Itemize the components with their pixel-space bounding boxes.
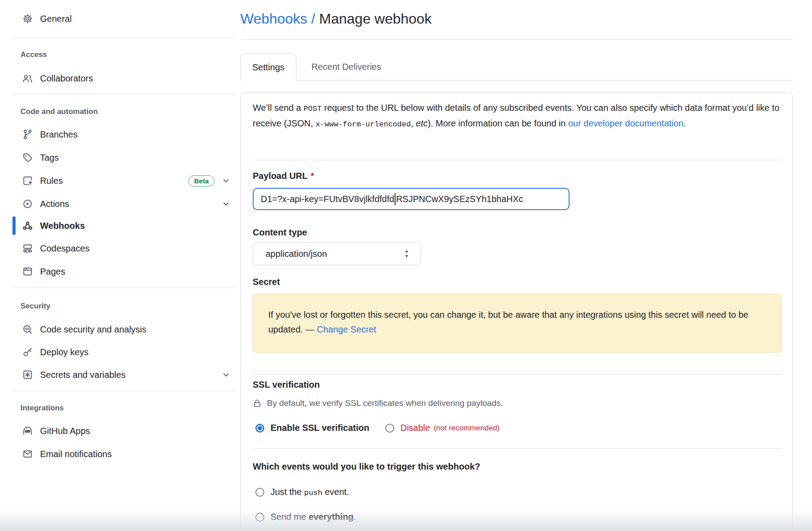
- rules-icon: [22, 175, 33, 186]
- breadcrumb-webhooks-link[interactable]: Webhooks /: [240, 11, 315, 27]
- sidebar-item-label: Webhooks: [40, 221, 85, 231]
- content-type-label: Content type: [253, 227, 307, 238]
- ssl-description: By default, we verify SSL certificates w…: [253, 398, 503, 408]
- sidebar-divider: [12, 38, 235, 38]
- settings-sidebar: General Access Collaborators Code and au…: [0, 0, 236, 531]
- sidebar-item-github-apps[interactable]: GitHub Apps: [12, 421, 235, 441]
- send-everything-radio[interactable]: [255, 513, 264, 522]
- sidebar-item-general[interactable]: General: [12, 9, 235, 28]
- enable-ssl-label[interactable]: Enable SSL verification: [271, 423, 369, 433]
- tab-recent-deliveries[interactable]: Recent Deliveries: [307, 53, 386, 80]
- sidebar-item-rules[interactable]: Rules Beta: [12, 171, 235, 191]
- change-secret-link[interactable]: Change Secret: [317, 324, 376, 334]
- event-option-everything: Send me everything.: [255, 512, 356, 522]
- payload-url-label: Payload URL*: [253, 171, 314, 181]
- tabnav-border: [295, 80, 793, 81]
- tab-settings[interactable]: Settings: [240, 53, 296, 81]
- gear-icon: [22, 13, 33, 24]
- sidebar-section-security: Security: [20, 301, 50, 312]
- page-title: Webhooks / Manage webhook: [240, 11, 432, 27]
- payload-url-value-before-caret: D1=?x-api-key=FUtvBV8vjlkfdfdfd: [261, 194, 394, 204]
- just-push-label[interactable]: Just the push event.: [271, 487, 349, 497]
- sidebar-item-actions[interactable]: Actions: [12, 194, 235, 214]
- tag-icon: [22, 152, 33, 163]
- code-scan-icon: [22, 324, 33, 335]
- sidebar-section-integrations: Integrations: [20, 403, 64, 413]
- events-question-heading: Which events would you like to trigger t…: [253, 462, 480, 472]
- sidebar-item-webhooks[interactable]: Webhooks: [12, 215, 235, 236]
- intro-paragraph: We’ll send a POST request to the URL bel…: [253, 101, 783, 132]
- sidebar-section-access: Access: [20, 49, 47, 60]
- sidebar-item-collaborators[interactable]: Collaborators: [12, 69, 235, 88]
- sidebar-item-label: Actions: [40, 199, 69, 209]
- content-type-select[interactable]: application/json: [253, 242, 421, 265]
- chevron-down-icon[interactable]: [222, 176, 230, 185]
- sidebar-section-code-automation: Code and automation: [20, 106, 98, 117]
- sidebar-item-label: Pages: [40, 267, 65, 277]
- sidebar-item-label: Tags: [40, 153, 59, 163]
- text-caret: [395, 193, 396, 205]
- asterisk-box-icon: [22, 369, 33, 380]
- just-push-radio[interactable]: [255, 488, 264, 497]
- required-asterisk: *: [311, 171, 314, 181]
- sidebar-item-label: Collaborators: [40, 73, 93, 84]
- page-title-current: Manage webhook: [319, 11, 432, 27]
- lock-icon: [253, 399, 262, 408]
- secret-warning-box: If you've lost or forgotten this secret,…: [253, 294, 781, 353]
- sidebar-item-secrets-variables[interactable]: Secrets and variables: [12, 365, 235, 385]
- post-code: POST: [303, 105, 322, 113]
- section-divider: [253, 448, 781, 449]
- sidebar-item-label: Email notifications: [40, 449, 112, 459]
- sidebar-item-label: Deploy keys: [40, 347, 89, 357]
- sidebar-divider: [12, 391, 235, 391]
- active-item-indicator: [12, 216, 16, 235]
- content-type-selected-value: application/json: [266, 249, 327, 259]
- sidebar-item-tags[interactable]: Tags: [12, 148, 235, 167]
- codespaces-icon: [22, 243, 33, 254]
- sidebar-item-label: Secrets and variables: [40, 370, 125, 380]
- key-icon: [22, 347, 33, 357]
- disable-ssl-radio[interactable]: [385, 424, 394, 433]
- sidebar-item-code-security[interactable]: Code security and analysis: [12, 320, 235, 339]
- disable-ssl-label[interactable]: Disable: [400, 423, 430, 433]
- people-icon: [22, 73, 33, 84]
- sidebar-item-branches[interactable]: Branches: [12, 125, 235, 144]
- sidebar-divider: [12, 94, 235, 94]
- webhook-form-card: We’ll send a POST request to the URL bel…: [240, 92, 793, 531]
- beta-badge: Beta: [188, 175, 214, 186]
- sidebar-divider: [12, 288, 235, 288]
- mail-icon: [22, 449, 33, 459]
- send-everything-label[interactable]: Send me everything.: [271, 512, 356, 522]
- ssl-radio-group: Enable SSL verification Disable (not rec…: [255, 423, 500, 433]
- webhook-icon: [22, 220, 33, 231]
- developer-documentation-link[interactable]: our developer documentation: [568, 118, 683, 128]
- push-code: push: [304, 489, 323, 497]
- sidebar-item-deploy-keys[interactable]: Deploy keys: [12, 342, 235, 362]
- section-divider: [253, 160, 781, 160]
- chevron-down-icon[interactable]: [222, 370, 230, 379]
- sidebar-item-label: Branches: [40, 130, 78, 140]
- sidebar-item-pages[interactable]: Pages: [12, 262, 235, 281]
- enable-ssl-radio[interactable]: [255, 424, 264, 433]
- sidebar-item-codespaces[interactable]: Codespaces: [12, 239, 235, 258]
- header-divider: [240, 39, 793, 40]
- ssl-verification-heading: SSL verification: [253, 380, 320, 390]
- section-divider: [253, 374, 781, 375]
- play-icon: [22, 199, 33, 209]
- sidebar-item-label: Code security and analysis: [40, 324, 146, 335]
- chevron-down-icon[interactable]: [222, 199, 230, 208]
- disable-ssl-note: (not recommended): [434, 424, 500, 433]
- sidebar-item-label: Rules: [40, 176, 63, 186]
- sidebar-item-label: Codespaces: [40, 243, 89, 254]
- sidebar-item-label: General: [40, 14, 72, 24]
- sidebar-item-email-notifications[interactable]: Email notifications: [12, 444, 235, 464]
- payload-url-value-after-caret: RSJPNCwX9ySEzSYh1bhaHXc: [396, 194, 523, 204]
- select-updown-icon: [403, 249, 411, 259]
- git-branch-icon: [22, 129, 33, 140]
- secret-label: Secret: [253, 277, 280, 287]
- payload-url-input[interactable]: D1=?x-api-key=FUtvBV8vjlkfdfdfdRSJPNCwX9…: [253, 188, 570, 210]
- urlencoded-code: x-www-form-urlencoded: [315, 120, 411, 129]
- hubot-icon: [22, 426, 33, 436]
- event-option-just-push: Just the push event.: [255, 487, 349, 497]
- sidebar-item-label: GitHub Apps: [40, 426, 90, 436]
